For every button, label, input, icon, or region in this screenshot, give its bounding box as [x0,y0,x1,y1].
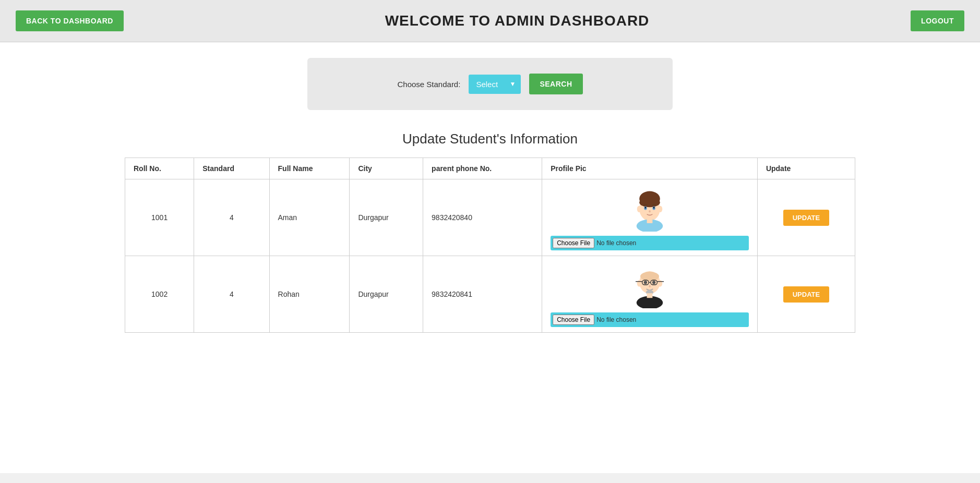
col-standard: Standard [194,158,269,179]
table-body: 1001 4 Aman Durgapur 9832420840 [125,179,855,333]
search-button[interactable]: SEARCH [529,74,582,94]
table-row: 1002 4 Rohan Durgapur 9832420841 [125,256,855,333]
profile-pic-file-2[interactable] [553,315,747,325]
avatar-1 [626,185,673,232]
svg-point-8 [653,207,655,209]
svg-point-15 [658,280,662,287]
cell-update-2: UPDATE [757,256,855,333]
back-to-dashboard-button[interactable]: BACK TO DASHBOARD [16,10,124,31]
update-button-2[interactable]: UPDATE [783,286,829,303]
col-phone: parent phone No. [423,158,542,179]
cell-phone-1: 9832420840 [423,179,542,256]
cell-update-1: UPDATE [757,179,855,256]
col-profile-pic: Profile Pic [542,158,758,179]
cell-standard-2: 4 [194,256,269,333]
cell-profile-1 [542,179,758,256]
svg-rect-11 [647,219,653,223]
col-full-name: Full Name [269,158,350,179]
main-content: Choose Standard: Select 1 2 3 4 5 6 7 8 … [0,42,980,473]
svg-point-16 [644,281,647,284]
cell-fullname-2: Rohan [269,256,350,333]
svg-point-17 [652,281,655,284]
svg-point-13 [640,272,659,281]
col-roll-no: Roll No. [125,158,194,179]
cell-standard-1: 4 [194,179,269,256]
file-input-wrapper-2 [551,312,749,327]
table-row: 1001 4 Aman Durgapur 9832420840 [125,179,855,256]
update-button-1[interactable]: UPDATE [783,210,829,226]
profile-pic-file-1[interactable] [553,238,747,248]
svg-point-4 [658,206,662,213]
svg-point-23 [649,285,651,287]
standard-select[interactable]: Select 1 2 3 4 5 6 7 8 9 10 [469,75,521,94]
table-header-row: Roll No. Standard Full Name City parent … [125,158,855,179]
col-city: City [350,158,423,179]
table-header: Roll No. Standard Full Name City parent … [125,158,855,179]
cell-phone-2: 9832420841 [423,256,542,333]
svg-point-3 [637,206,642,213]
cell-city-1: Durgapur [350,179,423,256]
svg-point-9 [649,210,651,213]
search-section: Choose Standard: Select 1 2 3 4 5 6 7 8 … [307,58,673,110]
file-input-wrapper-1 [551,236,749,250]
standard-select-wrapper: Select 1 2 3 4 5 6 7 8 9 10 ▼ [469,75,521,94]
cell-roll-no-1: 1001 [125,179,194,256]
cell-roll-no-2: 1002 [125,256,194,333]
cell-city-2: Durgapur [350,256,423,333]
col-update: Update [757,158,855,179]
table-section: Update Student's Information Roll No. St… [125,131,855,333]
avatar-2 [626,261,673,308]
choose-standard-label: Choose Standard: [397,80,460,89]
svg-point-2 [639,198,660,207]
cell-profile-2 [542,256,758,333]
svg-point-7 [645,207,647,209]
cell-fullname-1: Aman [269,179,350,256]
logout-button[interactable]: LOGOUT [911,10,964,31]
page-title: WELCOME TO ADMIN DASHBOARD [385,13,650,29]
header: BACK TO DASHBOARD WELCOME TO ADMIN DASHB… [0,0,980,42]
student-table: Roll No. Standard Full Name City parent … [125,158,855,333]
svg-rect-26 [647,293,653,298]
table-title: Update Student's Information [125,131,855,147]
svg-point-14 [637,280,642,287]
